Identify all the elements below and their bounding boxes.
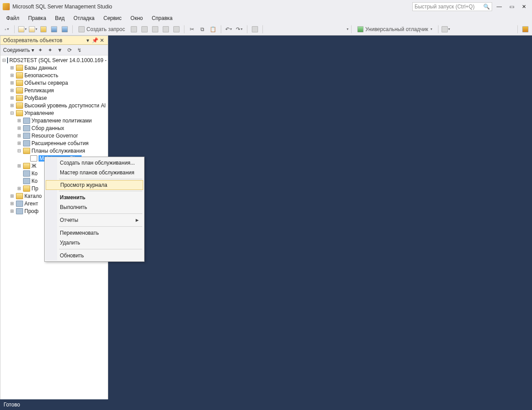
policy-icon (23, 118, 30, 124)
play-icon (357, 26, 364, 32)
folder-icon (16, 72, 23, 79)
menu-item-delete[interactable]: Удалить (46, 238, 143, 248)
menubar: Файл Правка Вид Отладка Сервис Окно Спра… (0, 13, 532, 23)
object-explorer-title: Обозреватель объектов (3, 37, 63, 43)
debug-target-button[interactable]: ▾ (441, 24, 451, 34)
menu-item-reports[interactable]: Отчеты▶ (46, 215, 143, 225)
refresh-icon[interactable]: ⟳ (66, 47, 73, 54)
folder-icon (16, 87, 23, 94)
separator (438, 25, 438, 33)
menu-file[interactable]: Файл (3, 14, 23, 22)
sync-icon[interactable]: ↯ (76, 47, 83, 54)
activity-monitor-icon[interactable] (520, 24, 530, 34)
separator (221, 25, 221, 33)
folder-icon (23, 148, 30, 154)
search-icon[interactable]: 🔍 (483, 4, 490, 10)
folder-icon (16, 80, 23, 86)
debugger-dropdown[interactable]: Универсальный отладчик ▾ (354, 24, 435, 34)
menu-item-rename[interactable]: Переименовать (46, 228, 143, 238)
menu-item-wizard[interactable]: Мастер планов обслуживания (46, 168, 143, 177)
tree-node-databases[interactable]: ⊞Базы данных (0, 64, 108, 71)
menu-service[interactable]: Сервис (100, 14, 125, 22)
tree-node-security[interactable]: ⊞Безопасность (0, 71, 108, 79)
menu-item-modify[interactable]: Изменить (46, 193, 143, 202)
paste-button[interactable]: 📋 (208, 24, 218, 34)
folder-icon (23, 163, 30, 169)
tree-root-server[interactable]: ⊟RDS2TEST (SQL Server 14.0.1000.169 - A (0, 56, 108, 64)
disconnect-icon[interactable]: ✦ (37, 47, 44, 54)
context-menu: Создать план обслуживания... Мастер план… (44, 157, 145, 262)
tree-node-maintenance-plans[interactable]: ⊟Планы обслуживания (0, 147, 108, 154)
titlebar: Microsoft SQL Server Management Studio Б… (0, 0, 532, 13)
tree-node-resource-governor[interactable]: ⊞Resource Governor (0, 132, 108, 139)
separator (262, 25, 263, 33)
nav-back-button[interactable]: ◦▾ (2, 24, 12, 34)
separator (247, 25, 247, 33)
object-explorer-toolbar: Соединить ▾ ✦ ✦ ▼ ⟳ ↯ (0, 45, 108, 55)
copy-button[interactable]: ⧉ (198, 24, 207, 34)
save-button[interactable] (49, 24, 59, 34)
menu-item-view-log[interactable]: Просмотр журнала (46, 180, 143, 190)
filter-icon[interactable]: ▼ (56, 47, 63, 54)
menu-window[interactable]: Окно (127, 14, 146, 22)
as-xmla-icon[interactable] (161, 24, 171, 34)
maximize-button[interactable]: ▭ (506, 2, 517, 11)
tree-node-high-availability[interactable]: ⊞Высокий уровень доступности Al (0, 102, 108, 109)
as-dmx-icon[interactable] (150, 24, 160, 34)
profiler-icon (16, 208, 23, 214)
save-all-button[interactable] (60, 24, 70, 34)
tree-node-extended-events[interactable]: ⊞Расширенные события (0, 139, 108, 147)
main-toolbar: ◦▾ ▾ ▾ Создать запрос ✂ ⧉ 📋 ↶▾ ↷▾ ▾ Унив… (0, 23, 532, 35)
folder-icon (16, 102, 23, 109)
separator (59, 179, 142, 179)
main-document-area (108, 35, 532, 408)
new-item-button[interactable]: ▾ (28, 24, 38, 34)
close-panel-icon[interactable]: ✕ (99, 37, 105, 43)
tree-node-server-objects[interactable]: ⊞Объекты сервера (0, 79, 108, 87)
governor-icon (23, 133, 30, 139)
plan-icon (30, 155, 37, 162)
tree-node-management[interactable]: ⊟Управление (0, 109, 108, 117)
menu-debug[interactable]: Отладка (70, 14, 98, 22)
statusbar: Готово (0, 399, 532, 410)
object-explorer-header: Обозреватель объектов ▾ 📌 ✕ (0, 36, 108, 45)
tree-node-replication[interactable]: ⊞Репликация (0, 87, 108, 94)
menu-item-execute[interactable]: Выполнить (46, 202, 143, 212)
separator (14, 25, 15, 33)
as-dax-icon[interactable] (172, 24, 181, 34)
find-button[interactable] (250, 24, 260, 34)
open-button[interactable] (39, 24, 48, 34)
separator (72, 25, 73, 33)
menu-view[interactable]: Вид (51, 14, 68, 22)
menu-help[interactable]: Справка (148, 14, 176, 22)
undo-button[interactable]: ↶▾ (224, 24, 234, 34)
menu-item-create-plan[interactable]: Создать план обслуживания... (46, 158, 143, 168)
new-query-button[interactable]: Создать запрос (75, 24, 128, 34)
redo-button[interactable]: ↷▾ (235, 24, 244, 34)
minimize-button[interactable]: — (494, 2, 505, 11)
tree-node-polybase[interactable]: ⊞PolyBase (0, 94, 108, 102)
tree-node-policies[interactable]: ⊞Управление политиками (0, 117, 108, 124)
connect-button[interactable]: Соединить ▾ (3, 47, 34, 53)
solution-dropdown[interactable]: ▾ (347, 27, 348, 31)
menu-item-refresh[interactable]: Обновить (46, 251, 143, 260)
as-mdx-icon[interactable] (140, 24, 149, 34)
folder-icon (16, 95, 23, 101)
cut-button[interactable]: ✂ (187, 24, 197, 34)
panel-options-icon[interactable]: ▾ (85, 37, 91, 43)
pin-icon[interactable]: 📌 (92, 37, 98, 43)
separator (59, 226, 142, 227)
tree-node-data-collection[interactable]: ⊞Сбор данных (0, 124, 108, 132)
new-project-button[interactable]: ▾ (17, 24, 27, 34)
stop-icon[interactable]: ✦ (47, 47, 54, 54)
quick-launch-placeholder: Быстрый запуск (Ctrl+Q) (415, 4, 474, 10)
folder-icon (16, 110, 23, 116)
separator (184, 25, 184, 33)
status-text: Готово (4, 402, 20, 408)
folder-icon (16, 193, 23, 199)
menu-edit[interactable]: Правка (25, 14, 50, 22)
separator (351, 25, 352, 33)
quick-launch-input[interactable]: Быстрый запуск (Ctrl+Q) 🔍 (412, 2, 492, 11)
close-button[interactable]: ✕ (519, 2, 529, 11)
db-engine-query-icon[interactable] (129, 24, 139, 34)
